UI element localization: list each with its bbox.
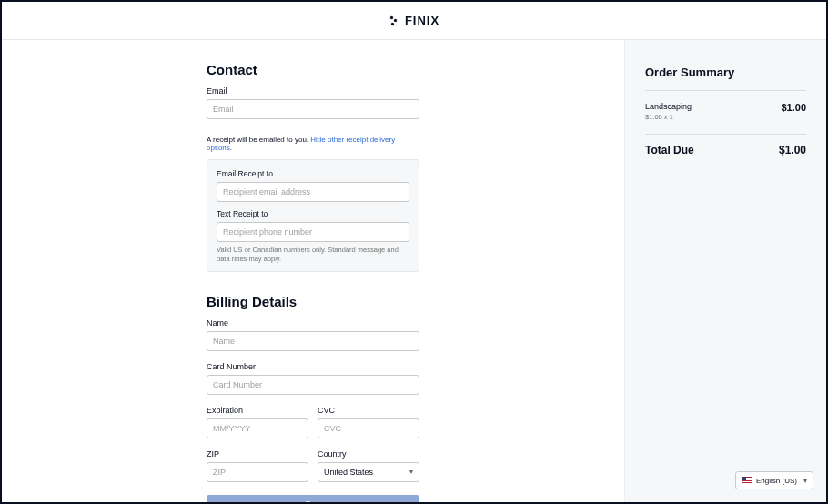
email-receipt-input[interactable]: [217, 182, 409, 202]
card-number-input[interactable]: [207, 375, 419, 395]
svg-rect-7: [742, 483, 752, 484]
line-item-sub: $1.00 x 1: [645, 113, 692, 121]
billing-title: Billing Details: [207, 294, 419, 309]
header: FINIX: [2, 2, 826, 40]
us-flag-icon: [742, 477, 752, 484]
email-label: Email: [207, 86, 419, 96]
text-receipt-label: Text Receipt to: [217, 209, 409, 218]
pay-button[interactable]: Pay: [207, 495, 419, 505]
svg-rect-2: [390, 22, 394, 25]
chevron-down-icon: ▾: [803, 477, 807, 485]
svg-rect-6: [742, 481, 752, 482]
expiration-label: Expiration: [207, 406, 308, 415]
contact-title: Contact: [207, 62, 419, 77]
text-receipt-input[interactable]: [217, 222, 409, 242]
zip-input[interactable]: [207, 462, 308, 482]
svg-rect-8: [742, 477, 746, 480]
country-value: United States: [324, 468, 373, 477]
receipt-note: A receipt will be emailed to you. Hide o…: [207, 136, 419, 152]
name-input[interactable]: [207, 331, 419, 351]
text-receipt-help: Valid US or Canadian numbers only. Stand…: [217, 246, 409, 264]
summary-divider: [645, 90, 806, 91]
line-item-name: Landscaping: [645, 102, 692, 111]
card-label: Card Number: [207, 362, 419, 371]
receipt-options-panel: Email Receipt to Text Receipt to Valid U…: [207, 159, 419, 272]
svg-rect-0: [389, 15, 393, 19]
chevron-down-icon: ▾: [409, 468, 413, 476]
expiration-input[interactable]: [207, 418, 308, 438]
cvc-label: CVC: [318, 406, 419, 415]
summary-title: Order Summary: [645, 66, 806, 79]
email-receipt-label: Email Receipt to: [217, 169, 409, 178]
order-summary-panel: Order Summary Landscaping $1.00 x 1 $1.0…: [624, 40, 826, 502]
line-item-amount: $1.00: [781, 102, 806, 113]
receipt-note-text: A receipt will be emailed to you.: [207, 136, 310, 144]
total-amount: $1.00: [779, 144, 806, 156]
svg-rect-1: [393, 18, 397, 22]
brand-logo: FINIX: [389, 14, 439, 27]
checkout-form: Contact Email A receipt will be emailed …: [2, 40, 624, 502]
total-row: Total Due $1.00: [645, 134, 806, 156]
email-input[interactable]: [207, 99, 419, 119]
language-select[interactable]: English (US) ▾: [735, 471, 813, 489]
brand-mark-icon: [389, 15, 399, 26]
total-label: Total Due: [645, 144, 694, 156]
line-item: Landscaping $1.00 x 1 $1.00: [645, 102, 806, 121]
language-label: English (US): [756, 477, 797, 485]
cvc-input[interactable]: [318, 418, 419, 438]
zip-label: ZIP: [207, 449, 308, 459]
brand-name: FINIX: [405, 14, 439, 27]
name-label: Name: [207, 318, 419, 328]
country-select[interactable]: United States ▾: [318, 462, 419, 482]
country-label: Country: [318, 449, 419, 459]
